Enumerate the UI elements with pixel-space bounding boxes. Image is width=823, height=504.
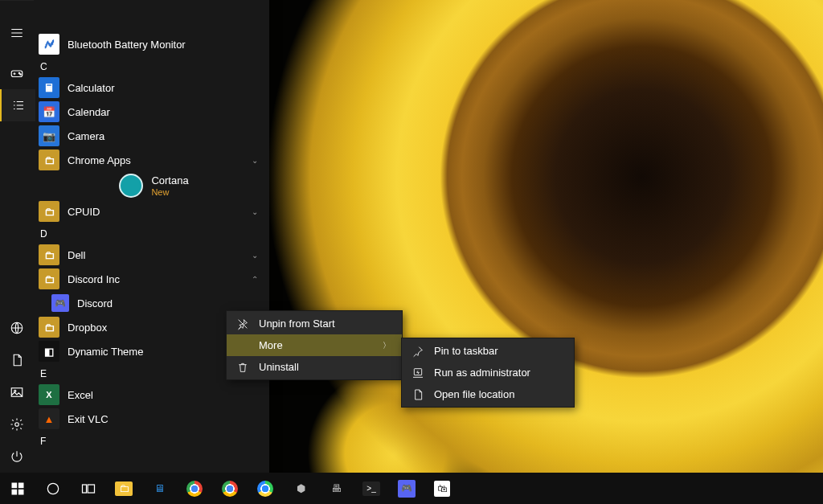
unpin-icon [236,318,249,330]
settings-icon[interactable] [0,408,34,440]
power-icon[interactable] [0,440,34,473]
folder-cpuid[interactable]: 🗀 CPUID ⌄ [34,199,269,223]
all-apps-list[interactable]: 🗲 Bluetooth Battery Monitor C 🖩 Calculat… [34,0,269,473]
ctx-label: More [259,339,283,351]
game-bar-icon[interactable] [0,57,34,89]
letter-header-d[interactable]: D [34,223,269,243]
ctx-label: Pin to taskbar [434,345,498,357]
cortana-icon [119,174,143,198]
app-label: Bluetooth Battery Monitor [68,39,186,51]
taskbar-terminal[interactable]: >_ [354,473,389,504]
folder-icon: 🗀 [39,150,59,170]
svg-rect-7 [414,368,421,375]
app-label: Dropbox [68,322,107,334]
ctx-label: Unpin from Start [259,318,335,330]
letter-header-f[interactable]: F [34,431,269,450]
taskbar-chrome-1[interactable] [177,473,212,504]
chrome-icon [186,481,203,497]
letter-header-c[interactable]: C [34,56,269,76]
ctx-open-file-location[interactable]: Open file location [402,383,575,405]
task-view-button[interactable] [71,473,106,504]
taskbar-chrome-2[interactable] [212,473,248,504]
app-calculator[interactable]: 🖩 Calculator [34,76,269,100]
svg-rect-14 [88,485,94,493]
app-label: Excel [68,389,93,401]
folder-icon: 🗀 [39,268,59,289]
app-label: Dell [68,249,85,261]
documents-icon[interactable] [0,344,34,376]
svg-rect-9 [18,482,24,488]
cortana-button[interactable] [35,473,71,504]
globe-icon[interactable] [0,312,34,344]
app-cortana[interactable]: Cortana New [34,172,269,199]
app-label: Chrome Apps [68,154,131,166]
app-label: Calculator [68,82,115,94]
ctx-run-as-administrator[interactable]: Run as administrator [402,362,575,383]
app-label: Calendar [68,106,110,118]
device-icon: ⬢ [293,481,309,497]
taskbar-mail[interactable]: 🖥 [141,473,177,504]
context-menu: Unpin from Start More 〉 Uninstall [226,310,403,380]
svg-point-6 [15,423,19,427]
ctx-pin-to-taskbar[interactable]: Pin to taskbar [402,340,575,362]
app-calendar[interactable]: 📅 Calendar [34,100,269,124]
terminal-icon: >_ [362,481,380,496]
svg-point-12 [47,483,58,494]
vlc-icon: ▲ [39,408,59,429]
pictures-icon[interactable] [0,376,34,408]
taskbar-printer[interactable]: 🖶 [318,473,354,504]
folder-icon: 🗀 [39,201,59,222]
menu-icon[interactable] [0,17,34,49]
chevron-down-icon: ⌄ [252,156,258,165]
ctx-more[interactable]: More 〉 [227,334,402,356]
svg-rect-8 [12,482,18,488]
chevron-down-icon: ⌄ [252,251,258,260]
taskbar-store[interactable]: 🛍 [424,473,460,504]
app-bluetooth-battery-monitor[interactable]: 🗲 Bluetooth Battery Monitor [34,32,269,56]
ctx-unpin-from-start[interactable]: Unpin from Start [227,313,402,334]
dynamic-theme-icon: ◧ [39,341,59,362]
taskbar-discord[interactable]: 🎮 [389,473,424,504]
svg-rect-13 [83,485,87,493]
bluetooth-battery-icon: 🗲 [39,34,59,55]
discord-icon: 🎮 [398,480,416,498]
chevron-right-icon: 〉 [383,340,391,351]
app-excel[interactable]: X Excel [34,383,269,407]
taskbar-file-explorer[interactable]: 🗀 [106,473,141,504]
context-submenu-more: Pin to taskbar Run as administrator Open… [401,338,575,408]
mail-icon: 🖥 [151,481,167,497]
taskbar-chrome-canary[interactable] [248,473,283,504]
calculator-icon: 🖩 [39,77,59,98]
all-apps-icon[interactable] [0,89,35,121]
printer-icon: 🖶 [328,481,344,497]
chrome-canary-icon [257,481,273,497]
start-rail [0,0,34,473]
chrome-icon [222,481,238,497]
folder-chrome-apps[interactable]: 🗀 Chrome Apps ⌄ [34,148,269,172]
ctx-label: Run as administrator [434,367,530,379]
app-sublabel: New [151,187,188,197]
app-exit-vlc[interactable]: ▲ Exit VLC [34,407,269,431]
file-explorer-icon: 🗀 [115,481,133,496]
app-camera[interactable]: 📷 Camera [34,124,269,148]
admin-icon [412,367,424,379]
folder-discord-inc[interactable]: 🗀 Discord Inc ⌃ [34,267,269,291]
calendar-icon: 📅 [39,101,59,122]
taskbar-device[interactable]: ⬢ [283,473,318,504]
start-button[interactable] [0,473,35,504]
app-label: Discord Inc [68,273,120,285]
ctx-label: Open file location [434,388,514,400]
app-label: Discord [77,297,113,309]
trash-icon [236,361,249,374]
ctx-label: Uninstall [259,361,299,373]
folder-dell[interactable]: 🗀 Dell ⌄ [34,243,269,267]
taskbar: 🗀 🖥 ⬢ 🖶 >_ 🎮 🛍 [0,473,823,504]
app-label: Camera [68,130,104,142]
pin-icon [412,345,424,358]
excel-icon: X [39,384,59,405]
svg-point-1 [18,72,20,74]
app-label: Exit VLC [68,413,109,425]
ctx-uninstall[interactable]: Uninstall [227,356,402,378]
folder-icon: 🗀 [39,317,59,338]
camera-icon: 📷 [39,125,59,146]
